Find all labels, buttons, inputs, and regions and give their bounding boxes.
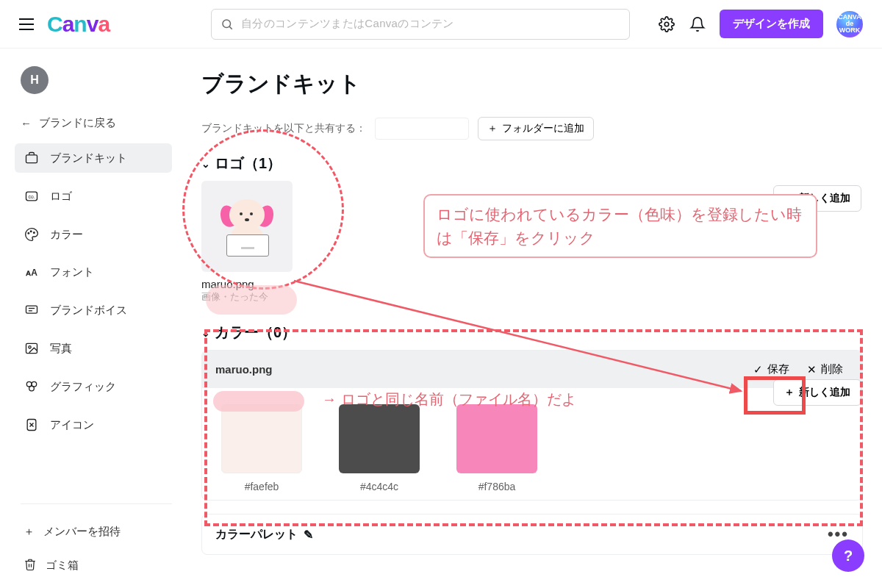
swatch-row: #faefeb #4c4c4c #f786ba <box>202 388 862 500</box>
sidebar-item-label: 写真 <box>50 342 72 356</box>
help-button[interactable]: ? <box>832 539 864 572</box>
sidebar-item-label: グラフィック <box>50 380 116 394</box>
pencil-icon[interactable]: ✎ <box>304 528 313 542</box>
plus-icon: ＋ <box>784 192 795 205</box>
add-label: 新しく追加 <box>799 386 850 399</box>
swatch-hex: #faefeb <box>245 481 279 492</box>
logo-section-header[interactable]: ⌄ ロゴ（1） <box>201 154 863 173</box>
sidebar-item-voice[interactable]: ブランドボイス <box>15 295 172 325</box>
plus-icon: ＋ <box>24 525 35 539</box>
graphic-icon <box>24 379 40 394</box>
swatch-hex: #f786ba <box>478 481 516 492</box>
top-bar: Canva 自分のコンテンツまたはCanvaのコンテン デザインを作成 CANV… <box>0 0 882 49</box>
share-bar: ブランドキットを以下と共有する： ＋ フォルダーに追加 <box>201 117 863 140</box>
page-title: ブランドキット <box>201 69 863 99</box>
trash[interactable]: ゴミ箱 <box>21 552 172 579</box>
swatch-color <box>221 404 302 473</box>
search-icon <box>220 18 234 31</box>
svg-point-0 <box>223 20 231 28</box>
share-label: ブランドキットを以下と共有する： <box>201 122 366 135</box>
swatch-color <box>339 404 420 473</box>
share-input[interactable] <box>375 118 469 140</box>
palette-bar[interactable]: カラーパレット ✎ ••• <box>201 514 863 555</box>
save-button[interactable]: ✓ 保存 <box>747 359 795 379</box>
sidebar: H ← ブランドに戻る ブランドキット co. ロゴ カラー ᴀA フォント ブ… <box>0 49 182 588</box>
swatch[interactable]: #f786ba <box>456 404 537 492</box>
logo-image <box>219 196 275 257</box>
palette-card: maruo.png ✓ 保存 ✕ 削除 <box>201 350 863 501</box>
svg-line-1 <box>229 26 232 29</box>
check-icon: ✓ <box>753 363 763 376</box>
sidebar-item-label: アイコン <box>50 418 94 432</box>
brandkit-icon <box>24 151 40 165</box>
voice-icon <box>24 303 40 318</box>
search-placeholder: 自分のコンテンツまたはCanvaのコンテン <box>241 17 454 31</box>
user-avatar[interactable]: CANVA de WORK <box>836 11 863 37</box>
settings-icon[interactable] <box>658 15 675 33</box>
swatch[interactable]: #faefeb <box>221 404 302 492</box>
sidebar-item-color[interactable]: カラー <box>15 220 172 249</box>
color-section: ⌄ カラー（0） maruo.png ✓ 保存 ✕ 削除 <box>201 323 863 555</box>
search-input[interactable]: 自分のコンテンツまたはCanvaのコンテン <box>211 9 630 40</box>
trash-label: ゴミ箱 <box>46 559 79 573</box>
svg-point-2 <box>664 22 669 26</box>
sidebar-item-label: フォント <box>50 265 94 279</box>
sidebar-item-label: ブランドキット <box>50 151 127 165</box>
plus-icon: ＋ <box>487 122 498 135</box>
chevron-down-icon: ⌄ <box>201 158 210 170</box>
invite-label: メンバーを招待 <box>43 525 121 539</box>
sidebar-item-icon[interactable]: アイコン <box>15 410 172 440</box>
delete-label: 削除 <box>821 362 843 376</box>
color-section-title: カラー（0） <box>215 323 296 343</box>
svg-rect-3 <box>26 155 37 163</box>
back-label: ブランドに戻る <box>39 116 116 130</box>
logo-icon: co. <box>24 189 40 204</box>
logo-section-title: ロゴ（1） <box>215 154 282 173</box>
palette-header: maruo.png ✓ 保存 ✕ 削除 <box>202 351 862 388</box>
svg-text:co.: co. <box>29 194 35 199</box>
plus-icon: ＋ <box>784 386 795 399</box>
sidebar-item-graphic[interactable]: グラフィック <box>15 372 172 401</box>
add-to-folder-button[interactable]: ＋ フォルダーに追加 <box>478 117 594 140</box>
palette-bar-label: カラーパレット <box>215 527 298 542</box>
back-to-brand[interactable]: ← ブランドに戻る <box>21 116 172 130</box>
sidebar-item-logo[interactable]: co. ロゴ <box>15 182 172 211</box>
bell-icon[interactable] <box>689 15 706 33</box>
delete-button[interactable]: ✕ 削除 <box>801 359 849 379</box>
add-label: 新しく追加 <box>799 192 850 205</box>
canva-logo[interactable]: Canva <box>47 12 110 37</box>
swatch[interactable]: #4c4c4c <box>339 404 420 492</box>
invite-members[interactable]: ＋ メンバーを招待 <box>21 519 172 545</box>
color-section-header[interactable]: ⌄ カラー（0） <box>201 323 863 343</box>
menu-icon[interactable] <box>19 18 34 30</box>
logo-sublabel: 画像・たった今 <box>201 290 863 304</box>
trash-icon <box>24 558 37 573</box>
folder-btn-label: フォルダーに追加 <box>502 122 584 135</box>
swatch-hex: #4c4c4c <box>360 481 398 492</box>
svg-point-8 <box>34 232 35 234</box>
save-label: 保存 <box>767 362 789 376</box>
sidebar-item-brandkit[interactable]: ブランドキット <box>15 143 172 173</box>
photo-icon <box>24 341 40 356</box>
sidebar-item-font[interactable]: ᴀA フォント <box>15 258 172 287</box>
create-design-button[interactable]: デザインを作成 <box>720 10 823 38</box>
arrow-left-icon: ← <box>21 117 32 129</box>
chevron-down-icon: ⌄ <box>201 327 210 339</box>
close-icon: ✕ <box>807 363 817 376</box>
sidebar-item-photo[interactable]: 写真 <box>15 334 172 363</box>
svg-rect-9 <box>26 306 37 313</box>
sidebar-item-label: ロゴ <box>50 190 72 204</box>
add-color-button[interactable]: ＋ 新しく追加 <box>773 379 861 406</box>
font-icon: ᴀA <box>24 268 40 278</box>
logo-thumbnail[interactable] <box>201 181 293 272</box>
sidebar-item-label: ブランドボイス <box>50 304 127 318</box>
logo-section: ⌄ ロゴ（1） maruo.png 画像・たった今 <box>201 154 863 304</box>
sidebar-item-label: カラー <box>50 228 83 242</box>
top-right: デザインを作成 CANVA de WORK <box>658 10 863 38</box>
team-avatar[interactable]: H <box>21 66 49 94</box>
add-logo-button[interactable]: ＋ 新しく追加 <box>773 185 861 212</box>
iconset-icon <box>24 417 40 432</box>
logo-filename: maruo.png <box>201 278 863 290</box>
main: ブランドキット ブランドキットを以下と共有する： ＋ フォルダーに追加 ＋ 新し… <box>182 49 882 588</box>
svg-point-13 <box>29 346 31 348</box>
